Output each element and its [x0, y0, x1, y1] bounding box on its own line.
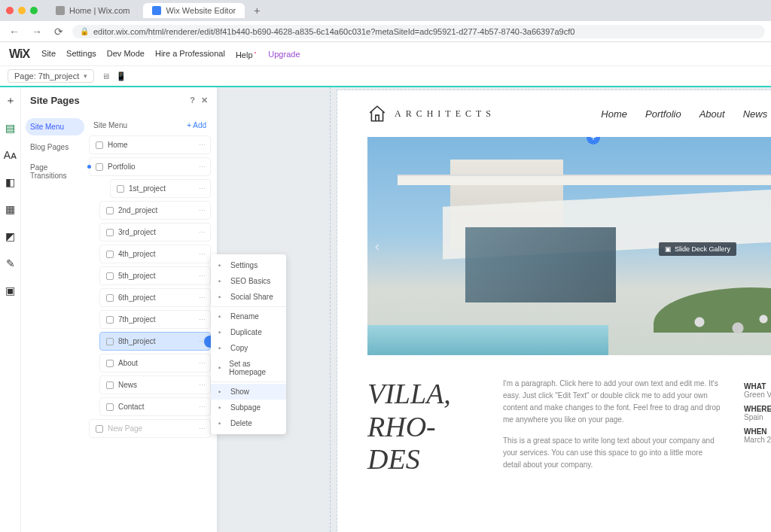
ctx-item-label: Social Share	[230, 293, 273, 301]
drag-handle-icon[interactable]	[87, 165, 91, 169]
page-item[interactable]: News⋯	[99, 375, 211, 394]
ctx-rename[interactable]: •Rename	[211, 309, 286, 324]
business-button[interactable]: ▣	[3, 283, 18, 298]
close-panel-icon[interactable]: ✕	[201, 96, 208, 105]
ctx-set-as-homepage[interactable]: •Set as Homepage	[211, 356, 286, 380]
ctx-subpage[interactable]: •Subpage	[211, 400, 286, 415]
sections-button[interactable]: ▦	[3, 202, 18, 217]
browser-tab-wix-home[interactable]: Home | Wix.com	[47, 3, 139, 18]
page-item[interactable]: 5th_project⋯	[99, 266, 211, 285]
menu-settings[interactable]: Settings	[66, 49, 96, 59]
category-blog-pages[interactable]: Blog Pages	[26, 138, 84, 156]
ctx-copy[interactable]: •Copy	[211, 340, 286, 356]
ctx-social-share[interactable]: •Social Share	[211, 289, 286, 305]
app-market-button[interactable]: ◧	[3, 175, 18, 190]
project-meta[interactable]: WHAT Green Villa WHERE Spain WHEN March …	[744, 378, 771, 480]
tab-title: Home | Wix.com	[69, 6, 130, 15]
menu-dev-mode[interactable]: Dev Mode	[107, 49, 145, 59]
page-item[interactable]: Contact⋯	[99, 397, 211, 416]
ctx-show[interactable]: •Show	[211, 384, 286, 400]
site-logo[interactable]: ARCHITECTS	[367, 104, 495, 123]
decorative-pool	[367, 325, 608, 355]
window-controls	[6, 7, 42, 14]
page-item[interactable]: Home⋯	[89, 135, 211, 154]
maximize-window-icon[interactable]	[30, 7, 38, 14]
add-element-button[interactable]: ＋	[3, 93, 18, 108]
ctx-item-icon: •	[218, 388, 226, 396]
page-more-icon[interactable]: ⋯	[199, 360, 206, 367]
page-item[interactable]: 2nd_project⋯	[99, 201, 211, 220]
page-icon	[106, 403, 114, 411]
page-more-icon[interactable]: ⋯	[199, 185, 206, 193]
page-icon	[96, 163, 103, 171]
page-item[interactable]: 4th_project⋯	[99, 245, 211, 263]
page-more-icon[interactable]: ⋯	[199, 316, 206, 324]
nav-news[interactable]: News	[743, 108, 768, 120]
page-item[interactable]: Portfolio⋯	[89, 157, 211, 176]
page-more-icon[interactable]: ⋯	[199, 207, 206, 214]
site-menu-heading: Site Menu	[93, 121, 127, 129]
page-more-icon[interactable]: ⋯	[199, 272, 206, 280]
url-input[interactable]: 🔒 editor.wix.com/html/renderer/edit/8f41…	[72, 25, 765, 38]
close-window-icon[interactable]	[6, 7, 14, 14]
back-button[interactable]: ←	[6, 24, 23, 39]
page-more-icon[interactable]: ⋯	[199, 251, 206, 258]
page-dropdown[interactable]: Page: 7th_project ▾	[8, 69, 94, 83]
ctx-delete[interactable]: •Delete	[211, 415, 286, 431]
add-section-button[interactable]: +	[587, 137, 600, 144]
page-more-icon[interactable]: ⋯	[199, 163, 206, 171]
ctx-item-icon: •	[218, 420, 226, 427]
page-item[interactable]: 8th_project⋯	[99, 332, 211, 351]
media-button[interactable]: ◩	[3, 229, 18, 244]
design-button[interactable]: Aᴀ	[3, 147, 18, 163]
project-body[interactable]: I'm a paragraph. Click here to add your …	[503, 378, 721, 480]
reload-button[interactable]: ⟳	[51, 24, 66, 39]
gallery-type-label[interactable]: ▣ Slide Deck Gallery	[659, 242, 736, 256]
ctx-item-label: Subpage	[230, 403, 261, 412]
browser-tab-wix-editor[interactable]: Wix Website Editor	[143, 3, 245, 18]
theme-button[interactable]: ✎	[3, 256, 18, 271]
project-headline[interactable]: VILLA, RHO-DES	[367, 378, 480, 480]
category-site-menu[interactable]: Site Menu	[26, 118, 84, 135]
paragraph-2: This is a great space to write long text…	[503, 435, 721, 471]
category-page-transitions[interactable]: Page Transitions	[26, 159, 84, 184]
menu-hire[interactable]: Hire a Professional	[155, 49, 225, 59]
nav-home[interactable]: Home	[601, 108, 627, 120]
desktop-view-icon[interactable]: 🖥	[102, 71, 110, 81]
upgrade-link[interactable]: Upgrade	[268, 50, 300, 59]
page-more-icon[interactable]: ⋯	[199, 229, 206, 236]
menu-help[interactable]: Help	[236, 49, 256, 59]
page-more-icon[interactable]: ⋯	[199, 403, 206, 411]
ctx-duplicate[interactable]: •Duplicate	[211, 324, 286, 340]
page-more-icon[interactable]: ⋯	[199, 382, 206, 389]
add-page-link[interactable]: + Add	[187, 121, 206, 129]
page-item[interactable]: 1st_project⋯	[110, 179, 211, 198]
page-more-icon[interactable]: ⋯	[199, 141, 206, 149]
mobile-view-icon[interactable]: 📱	[116, 71, 126, 81]
editor-canvas[interactable]: ARCHITECTS Home Portfolio About News Con…	[217, 87, 771, 532]
ctx-seo-basics[interactable]: •SEO Basics	[211, 273, 286, 289]
ctx-settings[interactable]: •Settings	[211, 257, 286, 273]
wix-main-menu: Site Settings Dev Mode Hire a Profession…	[41, 49, 256, 59]
menu-site[interactable]: Site	[41, 49, 56, 59]
help-icon[interactable]: ?	[190, 96, 195, 105]
hero-gallery[interactable]: + ▣ Slide Deck Gallery ‹ ›	[367, 137, 771, 355]
page-icon	[117, 185, 124, 193]
page-item[interactable]: 7th_project⋯	[99, 310, 211, 329]
page-label: News	[118, 381, 137, 389]
new-tab-button[interactable]: +	[249, 5, 264, 17]
decorative-rocks	[661, 310, 771, 340]
page-item[interactable]: About⋯	[99, 354, 211, 372]
page-item[interactable]: New Page⋯	[89, 419, 211, 438]
page-item[interactable]: 3rd_project⋯	[99, 223, 211, 242]
forward-button[interactable]: →	[29, 24, 45, 39]
pages-button[interactable]: ▤	[3, 120, 18, 135]
wix-logo[interactable]: WiX	[9, 47, 29, 61]
page-more-icon[interactable]: ⋯	[199, 425, 206, 433]
minimize-window-icon[interactable]	[18, 7, 26, 14]
page-more-icon[interactable]: ⋯	[199, 294, 206, 302]
nav-about[interactable]: About	[699, 108, 725, 120]
nav-portfolio[interactable]: Portfolio	[645, 108, 681, 120]
page-item[interactable]: 6th_project⋯	[99, 288, 211, 307]
gallery-prev-button[interactable]: ‹	[375, 239, 379, 254]
